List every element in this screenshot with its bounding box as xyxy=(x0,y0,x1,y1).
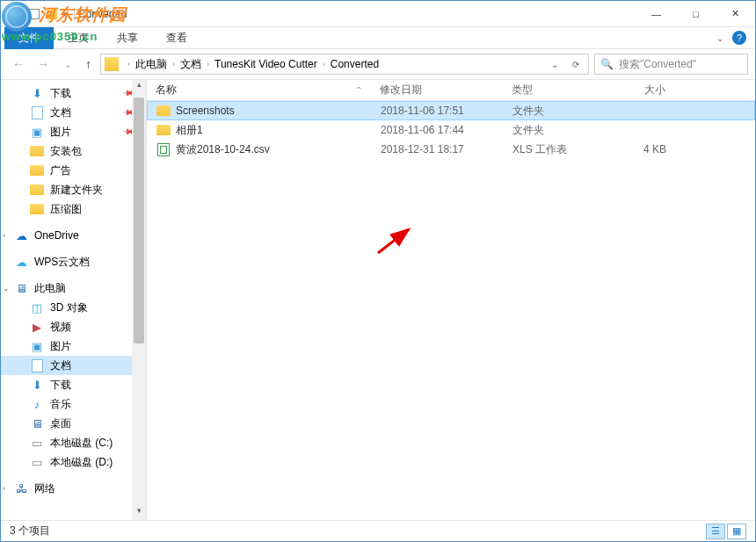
3d-icon: ◫ xyxy=(29,300,45,314)
search-placeholder: 搜索"Converted" xyxy=(619,57,696,72)
file-name: 黄波2018-10-24.csv xyxy=(176,142,270,157)
videos-icon: ▶ xyxy=(29,320,45,334)
breadcrumb-documents[interactable]: 文档 xyxy=(178,57,203,72)
sidebar-item-music[interactable]: ♪音乐 xyxy=(1,394,146,414)
status-item-count: 3 个项目 xyxy=(10,524,50,538)
desktop-icon: 🖥 xyxy=(29,416,45,430)
scroll-thumb[interactable] xyxy=(134,98,144,343)
back-button[interactable]: ← xyxy=(8,54,29,75)
sidebar-item-diskc[interactable]: ▭本地磁盘 (C:) xyxy=(1,433,146,452)
file-row[interactable]: Screenshots2018-11-06 17:51文件夹 xyxy=(147,101,755,120)
file-row[interactable]: 黄波2018-10-24.csv2018-12-31 18:17XLS 工作表4… xyxy=(147,140,755,159)
file-type: 文件夹 xyxy=(504,104,596,119)
search-input[interactable]: 🔍 搜索"Converted" xyxy=(594,54,748,75)
chevron-down-icon[interactable]: ⌄ xyxy=(3,284,10,293)
chevron-right-icon[interactable]: › xyxy=(3,231,5,240)
up-button[interactable]: ↑ xyxy=(82,57,95,71)
folder-icon xyxy=(105,57,119,71)
view-details-button[interactable]: ☰ xyxy=(706,524,725,539)
folder-icon xyxy=(29,144,45,158)
scroll-up-icon[interactable]: ▴ xyxy=(132,80,146,94)
tab-share[interactable]: 共享 xyxy=(103,27,152,49)
refresh-button[interactable]: ⟳ xyxy=(567,60,585,69)
sidebar-item-documents2[interactable]: 文档 xyxy=(1,356,146,375)
svg-line-1 xyxy=(378,229,409,253)
quick-access-toolbar xyxy=(29,9,57,19)
tab-home[interactable]: 主页 xyxy=(54,27,103,49)
breadcrumb-converted[interactable]: Converted xyxy=(329,58,381,70)
sidebar-item-downloads2[interactable]: ⬇下载 xyxy=(1,375,146,394)
sidebar-item-onedrive[interactable]: ›☁OneDrive xyxy=(1,226,146,245)
file-date: 2018-11-06 17:51 xyxy=(372,105,504,117)
minimize-button[interactable]: — xyxy=(636,1,676,27)
sidebar-item-videos[interactable]: ▶视频 xyxy=(1,317,146,336)
column-header-type[interactable]: 类型 xyxy=(503,83,595,98)
file-type: XLS 工作表 xyxy=(504,142,596,157)
column-headers: 名称⌃ 修改日期 类型 大小 xyxy=(147,80,755,101)
file-name: Screenshots xyxy=(176,105,235,117)
sidebar-item-wpscloud[interactable]: ☁WPS云文档 xyxy=(1,252,146,271)
sidebar-item-newfolder[interactable]: 新建文件夹 xyxy=(1,180,146,199)
sidebar-item-thispc[interactable]: ⌄🖥此电脑 xyxy=(1,278,146,298)
maximize-button[interactable]: □ xyxy=(676,1,716,27)
sidebar-item-diskd[interactable]: ▭本地磁盘 (D:) xyxy=(1,452,146,472)
column-header-name[interactable]: 名称⌃ xyxy=(147,83,371,98)
forward-button[interactable]: → xyxy=(33,54,54,75)
search-icon: 🔍 xyxy=(600,58,614,70)
sidebar-scrollbar[interactable]: ▴ ▾ xyxy=(132,80,146,520)
recent-locations-button[interactable]: ⌄ xyxy=(57,54,78,75)
sidebar-item-documents[interactable]: 文档📌 xyxy=(1,103,146,122)
pictures-icon: ▣ xyxy=(29,339,45,353)
sidebar-item-3dobjects[interactable]: ◫3D 对象 xyxy=(1,298,146,317)
sidebar-item-downloads[interactable]: ⬇下载📌 xyxy=(1,83,146,103)
chevron-right-icon[interactable]: › xyxy=(319,60,329,69)
column-header-size[interactable]: 大小 xyxy=(595,83,674,98)
file-type: 文件夹 xyxy=(504,123,596,138)
file-date: 2018-11-06 17:44 xyxy=(372,124,504,136)
chevron-right-icon[interactable]: › xyxy=(124,60,134,69)
tab-file[interactable]: 文件 xyxy=(4,27,54,49)
chevron-right-icon[interactable]: › xyxy=(3,484,5,493)
scroll-down-icon[interactable]: ▾ xyxy=(132,506,146,520)
address-dropdown-icon[interactable]: ⌄ xyxy=(546,60,563,69)
help-icon[interactable]: ? xyxy=(732,31,746,45)
qat-newfolder-icon[interactable] xyxy=(47,9,57,19)
chevron-right-icon[interactable]: › xyxy=(203,60,213,69)
chevron-right-icon[interactable]: › xyxy=(169,60,178,69)
music-icon: ♪ xyxy=(29,397,45,411)
folder-icon xyxy=(29,202,45,216)
breadcrumb-thispc[interactable]: 此电脑 xyxy=(134,57,169,72)
breadcrumb-tuneskit[interactable]: TunesKit Video Cutter xyxy=(213,58,319,70)
file-size: 4 KB xyxy=(596,143,675,155)
close-button[interactable]: ✕ xyxy=(716,1,755,27)
ribbon-expand-icon[interactable]: ⌄ xyxy=(716,33,723,43)
file-row[interactable]: 相册12018-11-06 17:44文件夹 xyxy=(147,120,755,140)
sidebar-item-network[interactable]: ›🖧网络 xyxy=(1,479,146,498)
sidebar-item-archives[interactable]: 压缩图 xyxy=(1,199,146,219)
address-toolbar: ← → ⌄ ↑ › 此电脑 › 文档 › TunesKit Video Cutt… xyxy=(1,49,755,80)
folder-icon xyxy=(8,7,22,21)
folder-icon xyxy=(29,183,45,197)
annotation-arrow-icon xyxy=(374,225,418,256)
qat-properties-icon[interactable] xyxy=(29,9,40,19)
file-date: 2018-12-31 18:17 xyxy=(372,143,504,155)
sidebar-item-pictures[interactable]: ▣图片📌 xyxy=(1,122,146,141)
file-list-pane: 名称⌃ 修改日期 类型 大小 Screenshots2018-11-06 17:… xyxy=(147,80,755,520)
onedrive-icon: ☁ xyxy=(13,228,29,242)
column-header-date[interactable]: 修改日期 xyxy=(371,83,503,98)
sidebar-item-installers[interactable]: 安装包 xyxy=(1,141,146,161)
sidebar-item-desktop[interactable]: 🖥桌面 xyxy=(1,414,146,433)
view-icons-button[interactable]: ▦ xyxy=(727,524,746,539)
qat-dropdown-icon[interactable]: ▾ xyxy=(62,10,67,18)
document-icon xyxy=(29,105,45,119)
sidebar-item-ads[interactable]: 广告 xyxy=(1,161,146,180)
downloads-icon: ⬇ xyxy=(29,378,45,392)
sidebar-item-pictures2[interactable]: ▣图片 xyxy=(1,336,146,356)
ribbon: 文件 主页 共享 查看 ⌄ ? xyxy=(1,27,755,49)
file-name: 相册1 xyxy=(176,123,203,138)
disk-icon: ▭ xyxy=(29,436,45,450)
address-bar[interactable]: › 此电脑 › 文档 › TunesKit Video Cutter › Con… xyxy=(100,54,589,75)
tab-view[interactable]: 查看 xyxy=(152,27,201,49)
wps-cloud-icon: ☁ xyxy=(13,255,29,269)
folder-icon xyxy=(156,105,171,116)
